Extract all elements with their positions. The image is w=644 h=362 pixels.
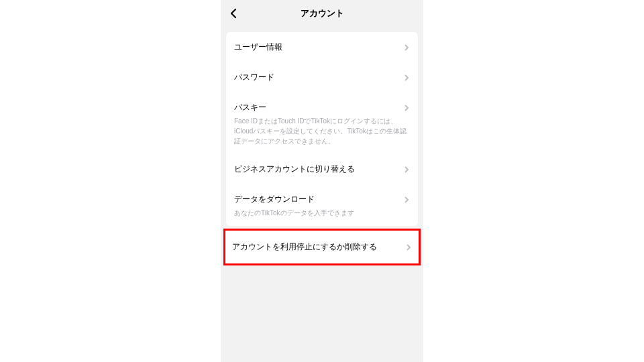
chevron-right-icon — [405, 244, 412, 251]
chevron-right-icon — [403, 166, 410, 173]
list-item-label: ビジネスアカウントに切り替える — [234, 164, 355, 175]
account-settings-screen: アカウント ユーザー情報 パスワード パスキー Face IDまたはTouch … — [221, 0, 423, 362]
list-item-sublabel: あなたのTikTokのデータを入手できます — [226, 208, 418, 226]
list-item-label: データをダウンロード — [234, 194, 315, 205]
list-item-label: ユーザー情報 — [234, 42, 282, 53]
settings-list: ユーザー情報 パスワード パスキー Face IDまたはTouch IDでTik… — [221, 32, 423, 265]
page-title: アカウント — [301, 7, 344, 19]
settings-card: ユーザー情報 パスワード パスキー Face IDまたはTouch IDでTik… — [226, 32, 418, 226]
header-bar: アカウント — [221, 0, 423, 27]
chevron-right-icon — [403, 196, 410, 203]
list-item-label: パスワード — [234, 72, 274, 83]
chevron-right-icon — [403, 44, 410, 51]
list-item-label: パスキー — [234, 102, 266, 113]
list-item-label: アカウントを利用停止にするか削除する — [232, 241, 377, 253]
list-item-download-data[interactable]: データをダウンロード — [226, 184, 418, 208]
list-item-sublabel: Face IDまたはTouch IDでTikTokにログインするには、iClou… — [226, 116, 418, 154]
chevron-left-icon — [229, 8, 239, 19]
list-item-user-info[interactable]: ユーザー情報 — [226, 32, 418, 62]
chevron-right-icon — [403, 74, 410, 81]
list-item-passkey[interactable]: パスキー — [226, 93, 418, 116]
chevron-right-icon — [403, 105, 410, 111]
highlighted-item-box: アカウントを利用停止にするか削除する — [223, 229, 421, 265]
list-item-password[interactable]: パスワード — [226, 62, 418, 93]
list-item-business-account[interactable]: ビジネスアカウントに切り替える — [226, 154, 418, 184]
back-button[interactable] — [229, 8, 239, 19]
list-item-deactivate-delete[interactable]: アカウントを利用停止にするか削除する — [225, 231, 419, 263]
